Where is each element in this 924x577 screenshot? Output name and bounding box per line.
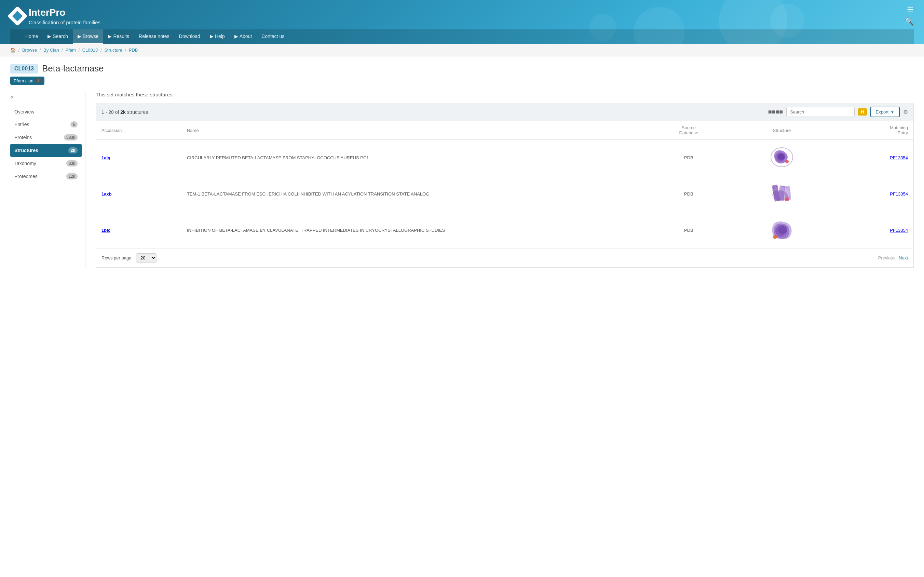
source-1alq: PDB — [648, 140, 729, 176]
logo-diamond — [7, 6, 27, 26]
source-1blc: PDB — [648, 212, 729, 248]
table-toolbar: 1 - 20 of 2k structures ■■■■ H Export ▼ … — [96, 103, 914, 121]
panel-title: This set matches these structures: — [96, 92, 914, 97]
breadcrumb-structure[interactable]: Structure — [104, 48, 122, 53]
sidebar-item-overview[interactable]: Overview — [10, 106, 82, 118]
svg-point-1 — [785, 160, 789, 163]
sidebar-item-taxonomy[interactable]: Taxonomy 33k — [10, 157, 82, 170]
nav-item-download[interactable]: Download — [174, 29, 205, 44]
sidebar: « Overview Entries 6 Proteins 583k Struc… — [10, 92, 85, 268]
nav-item-help[interactable]: ▶ Help — [205, 29, 230, 44]
pagination: Previous Next — [878, 255, 908, 261]
pfam-badge: Pfam clan i — [10, 77, 44, 85]
name-cell-1axb: TEM-1 BETA-LACTAMASE FROM ESCHERICHIA CO… — [182, 176, 648, 212]
col-header-structure: Structure — [729, 121, 834, 140]
matching-entry-link-1blc[interactable]: PF13354 — [890, 228, 908, 233]
accession-link-1alq[interactable]: 1alq — [101, 155, 110, 160]
col-header-matching-entry: MatchingEntry — [834, 121, 914, 140]
menu-icon[interactable]: ☰ — [907, 6, 914, 14]
sidebar-item-structures[interactable]: Structures 2k — [10, 144, 82, 157]
breadcrumb-pdb[interactable]: PDB — [129, 48, 138, 53]
sidebar-back-button[interactable]: « — [10, 92, 82, 106]
h-badge: H — [858, 108, 867, 116]
sidebar-item-entries[interactable]: Entries 6 — [10, 118, 82, 131]
matching-entry-link-1axb[interactable]: PF13354 — [890, 192, 908, 197]
table-count: 1 - 20 of 2k structures — [101, 110, 148, 115]
info-icon[interactable]: i — [35, 78, 41, 84]
data-table: Accession Name SourceDatabase Structure … — [96, 121, 914, 248]
name-cell-1blc: INHIBITION OF BETA-LACTAMASE BY CLAVULAN… — [182, 212, 648, 248]
nav-item-about[interactable]: ▶ About — [230, 29, 257, 44]
sidebar-badge-entries: 6 — [71, 121, 77, 127]
entry-header: CL0013 Beta-lactamase — [10, 63, 914, 74]
sidebar-badge-proteomes: 12k — [66, 173, 77, 179]
col-header-accession: Accession — [96, 121, 182, 140]
breadcrumb-pfam[interactable]: Pfam — [66, 48, 76, 53]
svg-point-8 — [778, 226, 787, 234]
breadcrumb-home[interactable]: 🏠 — [10, 48, 16, 53]
export-button[interactable]: Export ▼ — [870, 106, 900, 117]
nav-item-results[interactable]: ▶ Results — [103, 29, 134, 44]
source-1axb: PDB — [648, 176, 729, 212]
next-button[interactable]: Next — [899, 255, 908, 261]
breadcrumb-browse[interactable]: Browse — [22, 48, 37, 53]
breadcrumb-cl0013[interactable]: CL0013 — [82, 48, 98, 53]
settings-icon[interactable]: ⚙ — [903, 109, 908, 115]
sidebar-item-proteomes[interactable]: Proteomes 12k — [10, 170, 82, 183]
entry-name: Beta-lactamase — [42, 63, 104, 74]
breadcrumb-by-clan[interactable]: By Clan — [43, 48, 59, 53]
nav-item-contact[interactable]: Contact us — [257, 29, 289, 44]
breadcrumb: 🏠 / Browse / By Clan / Pfam / CL0013 / S… — [0, 44, 924, 56]
accession-link-1axb[interactable]: 1axb — [101, 192, 112, 197]
sidebar-badge-taxonomy: 33k — [66, 160, 77, 166]
table-row: 1blc INHIBITION OF BETA-LACTAMASE BY CLA… — [96, 212, 914, 248]
accession-link-1blc[interactable]: 1blc — [101, 228, 110, 233]
app-name: InterPro — [29, 7, 100, 18]
export-dropdown-arrow: ▼ — [890, 110, 894, 114]
footer-toolbar: Rows per page: 20 50 100 Previous Next — [96, 248, 914, 268]
table-row: 1axb TEM-1 BETA-LACTAMASE FROM ESCHERICH… — [96, 176, 914, 212]
entry-id-badge: CL0013 — [10, 64, 38, 74]
main-panel: This set matches these structures: 1 - 2… — [85, 92, 914, 268]
nav-item-browse[interactable]: ▶ Browse — [73, 29, 103, 44]
svg-point-7 — [773, 235, 777, 239]
sidebar-item-proteins[interactable]: Proteins 583k — [10, 131, 82, 144]
nav-item-search[interactable]: ▶ Search — [43, 29, 72, 44]
rows-per-page-select[interactable]: 20 50 100 — [136, 253, 156, 263]
grid-view-icon[interactable]: ■■■■ — [768, 108, 783, 116]
nav-bar: Home ▶ Search ▶ Browse ▶ Results Release… — [10, 29, 914, 44]
col-header-name: Name — [182, 121, 648, 140]
sidebar-badge-proteins: 583k — [64, 134, 77, 140]
matching-entry-link-1alq[interactable]: PF13354 — [890, 155, 908, 160]
structure-img-1alq — [729, 140, 834, 176]
previous-button[interactable]: Previous — [878, 255, 896, 261]
sidebar-badge-structures: 2k — [68, 147, 77, 153]
table-search-input[interactable] — [786, 107, 855, 117]
structure-img-1axb — [729, 176, 834, 212]
app-subtitle: Classification of protein families — [29, 19, 100, 25]
col-header-source-db: SourceDatabase — [648, 121, 729, 140]
nav-item-home[interactable]: Home — [21, 29, 43, 44]
search-icon[interactable]: 🔍 — [905, 17, 914, 26]
nav-item-release-notes[interactable]: Release notes — [134, 29, 174, 44]
name-cell-1alq: CIRCULARLY PERMUTED BETA-LACTAMASE FROM … — [182, 140, 648, 176]
rows-per-page: Rows per page: 20 50 100 — [101, 253, 156, 263]
structure-img-1blc — [729, 212, 834, 248]
table-row: 1alq CIRCULARLY PERMUTED BETA-LACTAMASE … — [96, 140, 914, 176]
